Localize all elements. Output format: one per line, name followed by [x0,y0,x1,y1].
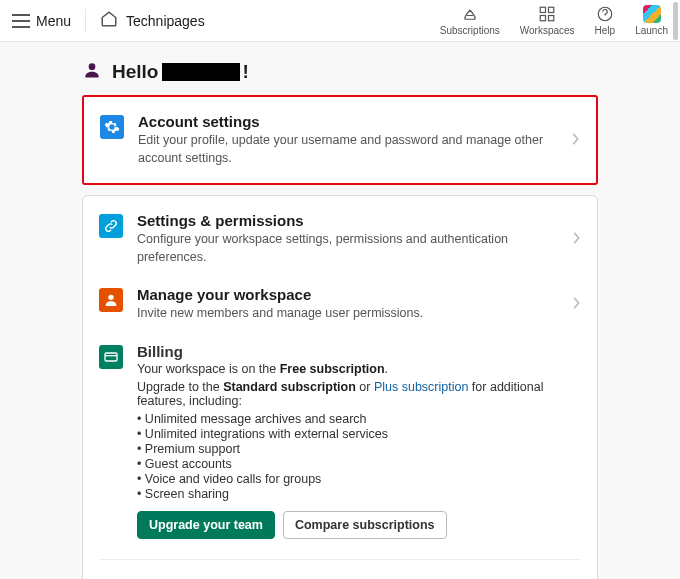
svg-rect-3 [549,16,554,21]
nav-workspaces[interactable]: Workspaces [520,5,575,36]
row-title: Manage your workspace [137,286,557,303]
billing-row: Billing Your workspace is on the Free su… [99,333,581,549]
person-icon [99,288,123,312]
nav-label: Help [595,25,616,36]
billing-feature-item: Premium support [137,442,581,456]
billing-feature-item: Unlimited integrations with external ser… [137,427,581,441]
svg-rect-1 [549,7,554,12]
link-icon [99,214,123,238]
user-icon [82,60,102,83]
billing-line1: Your workspace is on the Free subscripti… [137,362,581,376]
svg-point-5 [89,63,96,70]
nav-help[interactable]: Help [595,5,616,36]
svg-rect-7 [105,353,117,361]
nav-launch[interactable]: Launch [635,5,668,36]
settings-permissions-row[interactable]: Settings & permissions Configure your wo… [99,212,581,276]
nav-label: Launch [635,25,668,36]
redacted-username [162,63,240,81]
workspace-name: Technipages [126,13,205,29]
svg-point-6 [108,295,113,300]
row-title: Account settings [138,113,556,130]
page-title: Hello ! [112,61,249,83]
upgrade-team-button[interactable]: Upgrade your team [137,511,275,539]
chevron-right-icon [570,132,580,149]
topbar-nav: Subscriptions Workspaces Help Launch [440,5,668,36]
chevron-right-icon [571,296,581,313]
gear-icon [100,115,124,139]
workspace-settings-card: Settings & permissions Configure your wo… [82,195,598,579]
row-desc: Configure your workspace settings, permi… [137,231,557,266]
nav-subscriptions[interactable]: Subscriptions [440,5,500,36]
billing-feature-item: Guest accounts [137,457,581,471]
nav-label: Subscriptions [440,25,500,36]
row-desc: Invite new members and manage user permi… [137,305,557,323]
menu-button[interactable]: Menu [12,13,71,29]
chevron-right-icon [571,231,581,248]
account-settings-card: Account settings Edit your profile, upda… [82,95,598,185]
hello-header: Hello ! [82,60,598,83]
nav-label: Workspaces [520,25,575,36]
billing-feature-item: Screen sharing [137,487,581,501]
home-icon [100,10,118,31]
billing-feature-item: Voice and video calls for groups [137,472,581,486]
svg-rect-2 [540,16,545,21]
slack-logo-icon [643,5,661,23]
row-title: Billing [137,343,581,360]
compare-subscriptions-button[interactable]: Compare subscriptions [283,511,447,539]
hamburger-icon [12,14,30,28]
workspace-home-button[interactable]: Technipages [100,10,205,31]
account-settings-row[interactable]: Account settings Edit your profile, upda… [100,113,580,167]
topbar: Menu Technipages Subscriptions Workspace… [0,0,680,42]
scrollbar-thumb[interactable] [673,2,678,40]
credit-card-icon [99,345,123,369]
svg-rect-0 [540,7,545,12]
divider [99,559,581,560]
billing-feature-item: Unlimited message archives and search [137,412,581,426]
separator [85,9,86,33]
customise-slack-row[interactable]: Customise Slack Use these settings to ma… [99,570,581,580]
plus-subscription-link[interactable]: Plus subscription [374,380,469,394]
page-body: Hello ! Account settings Edit your profi… [0,42,680,579]
row-title: Settings & permissions [137,212,557,229]
billing-line2: Upgrade to the Standard subscription or … [137,380,581,408]
row-desc: Edit your profile, update your username … [138,132,556,167]
billing-feature-list: Unlimited message archives and searchUnl… [137,412,581,501]
manage-workspace-row[interactable]: Manage your workspace Invite new members… [99,276,581,333]
menu-label: Menu [36,13,71,29]
